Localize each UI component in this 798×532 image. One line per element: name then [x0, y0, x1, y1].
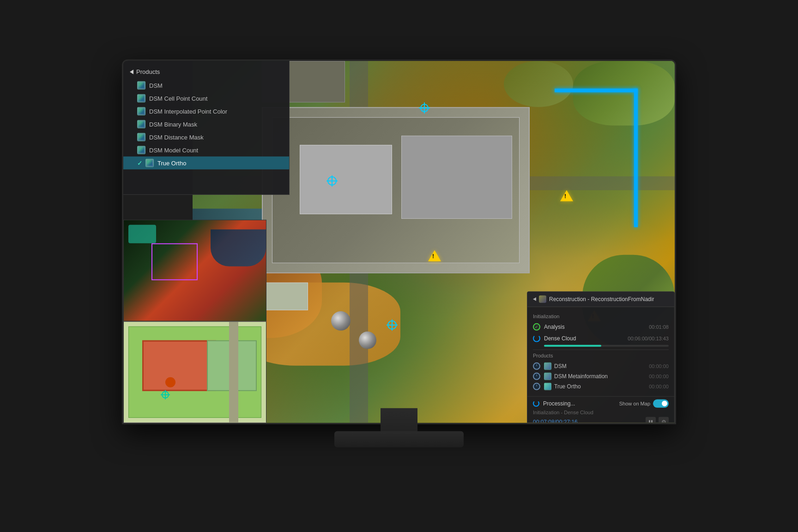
pause-icon: [649, 420, 653, 423]
dsm-clock-icon: [533, 363, 540, 370]
true-ortho-checkmark: ✓: [137, 159, 143, 167]
crosshair-circle-2: [387, 320, 397, 330]
analysis-check-icon: [533, 323, 540, 331]
dsm-product-label: DSM: [554, 363, 649, 369]
analysis-label: Analysis: [544, 324, 645, 330]
processing-footer: Processing... Show on Map Initialization…: [527, 396, 674, 423]
panel-title-bar: Reconstruction - ReconstructionFromNadir: [527, 292, 674, 307]
tree-item-dsm-model[interactable]: DSM Model Count: [123, 144, 289, 157]
cad-road: [229, 322, 238, 423]
dense-cloud-label: Dense Cloud: [544, 335, 624, 342]
dsm-meta-label: DSM Metainformation: [554, 373, 649, 380]
preview-river: [211, 230, 266, 266]
footer-elapsed-time: 00:07:08/00:27:16: [533, 419, 578, 423]
panel-title: Reconstruction - ReconstructionFromNadir: [549, 296, 654, 302]
dsm-meta-clock-icon: [533, 373, 540, 380]
roof-section-2: [401, 136, 512, 219]
dsm-model-label: DSM Model Count: [149, 146, 198, 153]
tank-sphere-2: [359, 332, 376, 349]
tree-item-dsm[interactable]: DSM: [123, 79, 289, 92]
dsm-distance-label: DSM Distance Mask: [149, 133, 204, 140]
preview-panels: [123, 220, 266, 423]
roof-section: [300, 145, 392, 214]
cad-building-red: [142, 340, 216, 391]
footer-time-row: 00:07:08/00:27:16 ⚙: [533, 417, 669, 423]
left-panel: Products DSM DSM Cell Point Count DSM In…: [123, 61, 290, 195]
cad-marker: [165, 377, 175, 387]
dsm-binary-icon: [137, 120, 145, 128]
annotation-line-v: [634, 89, 638, 227]
product-row-dsm: DSM 00:00:00: [533, 361, 669, 371]
forest-top: [504, 61, 573, 107]
show-map-toggle[interactable]: [653, 399, 669, 408]
dense-cloud-progress-icon: [533, 335, 540, 342]
products-section-label: Products: [533, 353, 669, 358]
preview-aerial: [123, 220, 266, 321]
dsm-model-icon: [137, 146, 145, 154]
dsm-icon: [137, 81, 145, 90]
dsm-product-icon: [544, 363, 551, 370]
monitor: Products DSM DSM Cell Point Count DSM In…: [122, 60, 676, 457]
screen-bezel: Products DSM DSM Cell Point Count DSM In…: [122, 60, 676, 424]
settings-button[interactable]: ⚙: [659, 417, 669, 423]
crosshair-top: [419, 103, 430, 114]
processing-spinner: [533, 400, 539, 407]
dsm-distance-icon: [137, 133, 145, 141]
tree-item-dsm-distance[interactable]: DSM Distance Mask: [123, 131, 289, 144]
initialization-label: Initialization: [533, 314, 669, 319]
show-map-row: Show on Map: [619, 399, 669, 408]
dsm-interp-icon: [137, 107, 145, 115]
panel-body: Initialization Analysis 00:01:08 Dense C…: [527, 307, 674, 396]
cad-crosshair: [161, 390, 170, 399]
true-ortho-icon: [145, 159, 154, 167]
products-label: Products: [136, 68, 160, 75]
tree-item-dsm-cell[interactable]: DSM Cell Point Count: [123, 92, 289, 105]
dense-cloud-time: 00:06:00/00:13:43: [628, 336, 669, 341]
pause-bar-1: [649, 420, 650, 423]
dsm-product-time: 00:00:00: [649, 363, 669, 369]
processing-label-row: Processing...: [533, 400, 575, 407]
dense-cloud-row: Dense Cloud 00:06:00/00:13:43: [533, 333, 669, 344]
reconstruction-icon: [539, 296, 546, 303]
tree-header: Products: [123, 66, 289, 79]
warning-triangle-1: [560, 190, 573, 201]
crosshair-2: [387, 320, 398, 331]
preview-building-outline: [151, 243, 198, 280]
annotation-line-h: [555, 89, 638, 92]
true-ortho-product-label: True Ortho: [554, 383, 649, 390]
dense-cloud-progress-fill: [544, 345, 601, 347]
dsm-cell-label: DSM Cell Point Count: [149, 95, 207, 102]
greenhouse: [262, 283, 308, 310]
analysis-time: 00:01:08: [649, 324, 669, 330]
warning-triangle-3: [428, 250, 441, 261]
true-ortho-clock-icon: [533, 383, 540, 390]
screen-content: Products DSM DSM Cell Point Count DSM In…: [123, 61, 675, 423]
true-ortho-product-time: 00:00:00: [649, 384, 669, 389]
monitor-stand-base: [334, 431, 464, 447]
crosshair-1: [326, 175, 338, 187]
panel-collapse-arrow[interactable]: [533, 297, 536, 301]
tree-item-dsm-interp[interactable]: DSM Interpolated Point Color: [123, 105, 289, 118]
dsm-binary-label: DSM Binary Mask: [149, 121, 197, 127]
pause-button[interactable]: [646, 417, 656, 423]
dsm-meta-product-icon: [544, 373, 551, 380]
pause-bar-2: [651, 420, 653, 423]
tree-item-dsm-binary[interactable]: DSM Binary Mask: [123, 118, 289, 131]
settings-icon: ⚙: [661, 419, 666, 423]
forest-top-right: [573, 61, 675, 126]
show-map-text: Show on Map: [619, 401, 650, 406]
true-ortho-label: True Ortho: [157, 159, 186, 166]
preview-cad: [123, 321, 266, 423]
tree-collapse-arrow[interactable]: [130, 69, 133, 74]
preview-teal: [128, 225, 156, 243]
dense-cloud-progress-bar: [544, 345, 669, 347]
analysis-row: Analysis 00:01:08: [533, 322, 669, 332]
tank-sphere-1: [331, 311, 351, 331]
building-complex: [262, 107, 530, 273]
product-row-true-ortho: True Ortho 00:00:00: [533, 381, 669, 392]
dsm-label: DSM: [149, 82, 163, 89]
scene: Products DSM DSM Cell Point Count DSM In…: [76, 35, 722, 497]
tree-item-true-ortho[interactable]: ✓ True Ortho: [123, 157, 289, 169]
product-row-dsm-meta: DSM Metainformation 00:00:00: [533, 371, 669, 381]
preview-aerial-inner: [124, 220, 266, 321]
